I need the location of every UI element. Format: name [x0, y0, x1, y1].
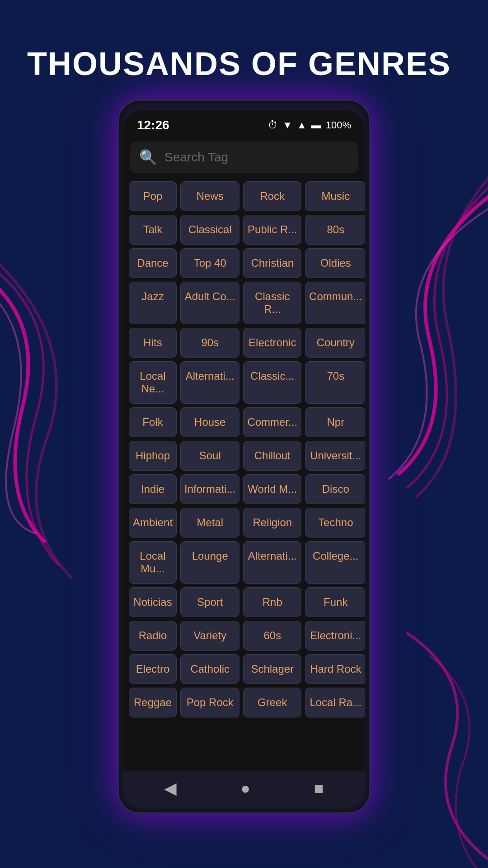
tag-button[interactable]: News: [180, 181, 239, 211]
tag-button[interactable]: Top 40: [180, 248, 239, 278]
battery-icon: ▬: [311, 119, 321, 131]
tag-button[interactable]: Indie: [129, 474, 177, 504]
back-button[interactable]: ◀: [164, 779, 177, 798]
tag-button[interactable]: Country: [305, 328, 365, 358]
status-time: 12:26: [137, 118, 169, 132]
tag-button[interactable]: Classic R...: [243, 282, 301, 324]
tag-button[interactable]: Chillout: [243, 441, 301, 471]
nav-bar: ◀ ● ■: [123, 771, 365, 808]
search-placeholder: Search Tag: [164, 150, 228, 165]
tag-button[interactable]: Noticias: [129, 587, 177, 617]
tag-button[interactable]: Electro: [129, 654, 177, 684]
tag-button[interactable]: 80s: [305, 215, 365, 245]
tag-button[interactable]: Dance: [129, 248, 177, 278]
tag-button[interactable]: Soul: [180, 441, 239, 471]
home-button[interactable]: ●: [240, 779, 250, 798]
tag-button[interactable]: House: [180, 407, 239, 437]
tag-button[interactable]: Informati...: [180, 474, 239, 504]
tag-button[interactable]: Adult Co...: [180, 282, 239, 324]
tag-button[interactable]: Commun...: [305, 282, 365, 324]
tag-button[interactable]: Rnb: [243, 587, 301, 617]
tag-button[interactable]: 90s: [180, 328, 239, 358]
tag-button[interactable]: Sport: [180, 587, 239, 617]
search-bar[interactable]: 🔍 Search Tag: [130, 142, 358, 173]
tag-button[interactable]: Funk: [305, 587, 365, 617]
tag-button[interactable]: World M...: [243, 474, 301, 504]
tag-button[interactable]: Ambient: [129, 508, 177, 538]
tag-button[interactable]: Alternati...: [180, 361, 239, 404]
tag-button[interactable]: Metal: [180, 508, 239, 538]
tag-button[interactable]: Reggae: [129, 688, 177, 717]
tag-button[interactable]: College...: [305, 541, 365, 584]
tag-button[interactable]: Radio: [129, 621, 177, 651]
tag-button[interactable]: Commer...: [243, 407, 301, 437]
phone-screen: 12:26 ⏱ ▼ ▲ ▬ 100% 🔍 Search Tag PopNewsR…: [123, 110, 365, 808]
page-title: THOUSANDS OF GENRES: [27, 45, 451, 82]
tag-button[interactable]: Talk: [129, 215, 177, 245]
tag-button[interactable]: Alternati...: [243, 541, 301, 584]
tag-button[interactable]: 70s: [305, 361, 365, 404]
status-icons: ⏱ ▼ ▲ ▬ 100%: [268, 119, 351, 131]
tag-button[interactable]: Variety: [180, 621, 239, 651]
signal-icon: ▲: [297, 119, 307, 131]
tag-button[interactable]: Hits: [129, 328, 177, 358]
tag-button[interactable]: Pop: [129, 181, 177, 211]
tag-button[interactable]: Disco: [305, 474, 365, 504]
tag-button[interactable]: Electroni...: [305, 621, 365, 651]
clock-icon: ⏱: [268, 119, 278, 131]
tag-button[interactable]: Religion: [243, 508, 301, 538]
tag-button[interactable]: Npr: [305, 407, 365, 437]
tag-button[interactable]: Jazz: [129, 282, 177, 324]
tag-button[interactable]: Hiphop: [129, 441, 177, 471]
phone-frame: 12:26 ⏱ ▼ ▲ ▬ 100% 🔍 Search Tag PopNewsR…: [117, 99, 371, 814]
tag-button[interactable]: Universit...: [305, 441, 365, 471]
tag-button[interactable]: Lounge: [180, 541, 239, 584]
tag-button[interactable]: 60s: [243, 621, 301, 651]
tag-button[interactable]: Greek: [243, 688, 301, 717]
tag-button[interactable]: Public R...: [243, 215, 301, 245]
tag-button[interactable]: Classic...: [243, 361, 301, 404]
search-icon: 🔍: [139, 149, 157, 166]
battery-percentage: 100%: [326, 119, 351, 131]
tag-button[interactable]: Catholic: [180, 654, 239, 684]
tag-button[interactable]: Techno: [305, 508, 365, 538]
tags-grid: PopNewsRockMusicTalkClassicalPublic R...…: [123, 178, 365, 771]
tag-button[interactable]: Schlager: [243, 654, 301, 684]
status-bar: 12:26 ⏱ ▼ ▲ ▬ 100%: [123, 110, 365, 137]
tag-button[interactable]: Music: [305, 181, 365, 211]
tag-button[interactable]: Local Mu...: [129, 541, 177, 584]
tag-button[interactable]: Hard Rock: [305, 654, 365, 684]
tag-button[interactable]: Pop Rock: [180, 688, 239, 717]
tag-button[interactable]: Folk: [129, 407, 177, 437]
tag-button[interactable]: Electronic: [243, 328, 301, 358]
tag-button[interactable]: Rock: [243, 181, 301, 211]
tag-button[interactable]: Oldies: [305, 248, 365, 278]
wifi-icon: ▼: [282, 119, 292, 131]
tag-button[interactable]: Classical: [180, 215, 239, 245]
recent-button[interactable]: ■: [314, 779, 324, 798]
tag-button[interactable]: Christian: [243, 248, 301, 278]
tag-button[interactable]: Local Ne...: [129, 361, 177, 404]
tag-button[interactable]: Local Ra...: [305, 688, 365, 717]
